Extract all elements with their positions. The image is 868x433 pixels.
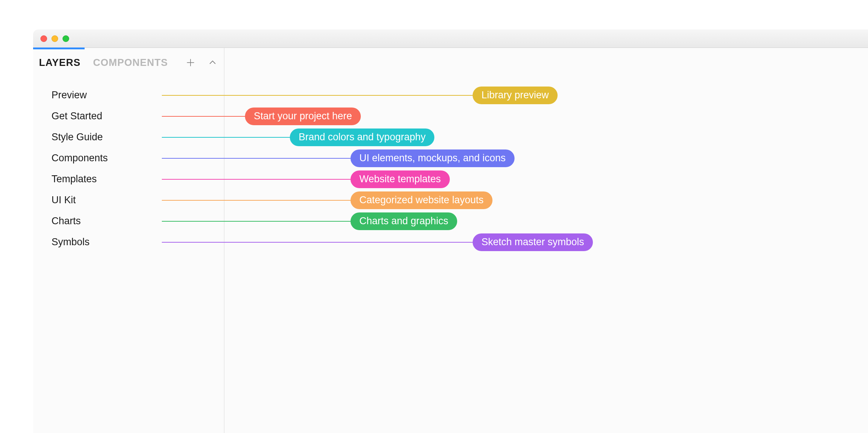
page-item-label: UI Kit (51, 194, 76, 206)
page-item-label: Symbols (51, 236, 90, 248)
add-page-button[interactable] (185, 57, 196, 68)
collapse-pages-button[interactable] (207, 57, 218, 68)
active-tab-indicator (33, 47, 85, 49)
annotation-pill: Start your project here (245, 108, 361, 125)
page-item[interactable]: Symbols (33, 232, 224, 253)
annotation-pill: UI elements, mockups, and icons (351, 149, 515, 167)
annotation-pill-label: UI elements, mockups, and icons (359, 152, 506, 164)
page-item[interactable]: Style Guide (33, 127, 224, 148)
page-item-label: Preview (51, 89, 87, 101)
annotation-pill-label: Charts and graphics (359, 215, 448, 227)
app-window: LAYERS COMPONENTS PreviewGet StartedStyl… (33, 29, 868, 433)
page-item[interactable]: Components (33, 148, 224, 169)
page-item[interactable]: Get Started (33, 106, 224, 127)
annotation-pill: Website templates (351, 170, 450, 188)
annotation-pill: Library preview (473, 87, 558, 104)
close-window-button[interactable] (40, 35, 47, 42)
traffic-lights (40, 35, 69, 42)
page-item-label: Style Guide (51, 131, 103, 143)
chevron-up-icon (208, 58, 217, 67)
page-item-label: Templates (51, 173, 97, 185)
annotation-pill: Categorized website layouts (351, 191, 492, 209)
plus-icon (186, 58, 195, 67)
page-item[interactable]: UI Kit (33, 190, 224, 211)
page-item[interactable]: Charts (33, 211, 224, 232)
page-item-label: Get Started (51, 110, 102, 122)
zoom-window-button[interactable] (63, 35, 69, 42)
app-body: LAYERS COMPONENTS PreviewGet StartedStyl… (33, 48, 868, 433)
annotation-pill-label: Sketch master symbols (481, 236, 584, 248)
page-item[interactable]: Templates (33, 169, 224, 190)
page-item[interactable]: Preview (33, 85, 224, 106)
annotation-pill-label: Library preview (481, 89, 549, 101)
annotation-pill-label: Categorized website layouts (359, 194, 484, 206)
tab-components[interactable]: COMPONENTS (93, 57, 168, 68)
annotation-pill-label: Start your project here (254, 110, 352, 122)
sidebar-tabs: LAYERS COMPONENTS (33, 48, 224, 77)
annotation-pill: Brand colors and typography (290, 129, 434, 146)
page-item-label: Components (51, 152, 108, 164)
tab-layers[interactable]: LAYERS (39, 57, 81, 68)
annotation-pill-label: Brand colors and typography (299, 131, 426, 143)
page-item-label: Charts (51, 215, 81, 227)
annotation-pill: Sketch master symbols (473, 233, 593, 251)
annotation-pill-label: Website templates (359, 173, 441, 185)
annotation-pill: Charts and graphics (351, 212, 457, 230)
window-titlebar (33, 29, 868, 48)
page-list: PreviewGet StartedStyle GuideComponentsT… (33, 77, 224, 253)
sidebar-panel: LAYERS COMPONENTS PreviewGet StartedStyl… (33, 48, 224, 433)
minimize-window-button[interactable] (51, 35, 58, 42)
